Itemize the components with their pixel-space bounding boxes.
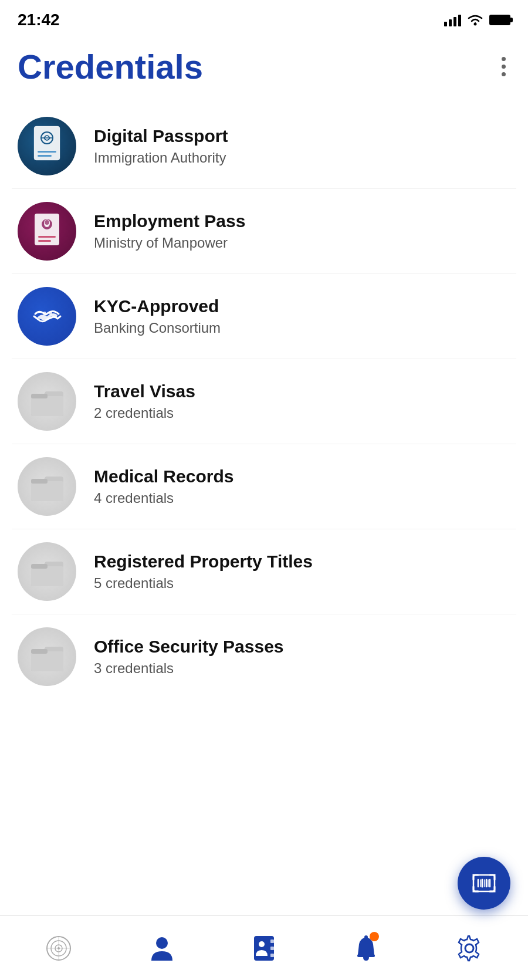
svg-rect-26: [31, 651, 63, 671]
contacts-icon: [252, 935, 276, 962]
svg-point-15: [49, 311, 52, 315]
svg-rect-6: [38, 155, 52, 157]
nav-item-profile[interactable]: [138, 929, 185, 968]
status-bar: 21:42: [0, 0, 528, 35]
property-titles-subtitle: 5 credentials: [94, 575, 510, 592]
svg-rect-18: [31, 394, 48, 398]
credential-item-digital-passport[interactable]: Digital Passport Immigration Authority: [12, 104, 516, 189]
wifi-icon: [467, 13, 483, 26]
svg-rect-21: [31, 479, 48, 484]
scan-fab-button[interactable]: [458, 857, 510, 910]
svg-rect-12: [38, 236, 56, 238]
profile-icon: [150, 935, 174, 962]
svg-rect-20: [31, 481, 63, 501]
svg-rect-28: [473, 875, 495, 891]
office-security-name: Office Security Passes: [94, 637, 510, 657]
credential-item-property-titles[interactable]: Registered Property Titles 5 credentials: [12, 529, 516, 614]
kyc-name: KYC-Approved: [94, 296, 510, 316]
svg-point-11: [45, 220, 49, 225]
credential-item-office-security[interactable]: Office Security Passes 3 credentials: [12, 614, 516, 699]
medical-records-subtitle: 4 credentials: [94, 490, 510, 506]
svg-point-42: [156, 937, 168, 949]
kyc-icon: [18, 287, 76, 346]
property-titles-icon: [18, 542, 76, 601]
digital-passport-subtitle: Immigration Authority: [94, 150, 510, 166]
settings-icon: [456, 935, 483, 962]
kyc-subtitle: Banking Consortium: [94, 320, 510, 336]
status-time: 21:42: [18, 11, 60, 29]
page-title: Credentials: [18, 47, 203, 86]
signal-icon: [444, 13, 461, 26]
digital-passport-text: Digital Passport Immigration Authority: [94, 126, 510, 166]
svg-rect-24: [31, 564, 48, 569]
notification-badge: [370, 932, 379, 941]
office-security-subtitle: 3 credentials: [94, 660, 510, 677]
svg-point-50: [465, 944, 473, 952]
employment-pass-name: Employment Pass: [94, 211, 510, 231]
credential-item-employment-pass[interactable]: Employment Pass Ministry of Manpower: [12, 189, 516, 274]
medical-records-icon: [18, 457, 76, 516]
header: Credentials: [0, 35, 528, 104]
credentials-list: Digital Passport Immigration Authority E…: [0, 104, 528, 699]
nav-item-settings[interactable]: [444, 929, 495, 968]
medical-records-name: Medical Records: [94, 467, 510, 486]
battery-icon: [489, 15, 510, 25]
bottom-nav: [0, 915, 528, 980]
svg-rect-44: [270, 940, 274, 943]
status-icons: [444, 13, 510, 26]
employment-pass-subtitle: Ministry of Manpower: [94, 235, 510, 251]
svg-point-0: [474, 23, 477, 26]
travel-visas-text: Travel Visas 2 credentials: [94, 381, 510, 421]
credential-item-kyc[interactable]: KYC-Approved Banking Consortium: [12, 274, 516, 359]
svg-rect-13: [38, 240, 51, 242]
svg-rect-17: [31, 396, 63, 416]
property-titles-text: Registered Property Titles 5 credentials: [94, 552, 510, 592]
nav-item-contacts[interactable]: [240, 929, 288, 968]
medical-records-text: Medical Records 4 credentials: [94, 467, 510, 506]
svg-point-47: [259, 941, 265, 947]
credential-item-medical-records[interactable]: Medical Records 4 credentials: [12, 444, 516, 529]
credential-item-travel-visas[interactable]: Travel Visas 2 credentials: [12, 359, 516, 444]
employment-pass-icon: [18, 202, 76, 261]
svg-point-14: [43, 312, 46, 315]
svg-point-41: [57, 947, 60, 949]
svg-rect-23: [31, 566, 63, 586]
employment-pass-text: Employment Pass Ministry of Manpower: [94, 211, 510, 251]
office-security-text: Office Security Passes 3 credentials: [94, 637, 510, 677]
svg-rect-45: [270, 947, 274, 950]
travel-visas-icon: [18, 372, 76, 431]
digital-passport-icon: [18, 117, 76, 175]
property-titles-name: Registered Property Titles: [94, 552, 510, 572]
kyc-text: KYC-Approved Banking Consortium: [94, 296, 510, 336]
nav-item-notifications[interactable]: [343, 929, 390, 968]
travel-visas-name: Travel Visas: [94, 381, 510, 401]
digital-passport-name: Digital Passport: [94, 126, 510, 146]
more-menu-button[interactable]: [497, 52, 510, 81]
svg-rect-48: [357, 954, 375, 957]
svg-point-49: [364, 935, 368, 939]
svg-rect-46: [270, 954, 274, 957]
office-security-icon: [18, 627, 76, 686]
svg-rect-27: [31, 649, 48, 654]
scan-icon: [469, 868, 499, 898]
travel-visas-subtitle: 2 credentials: [94, 405, 510, 421]
radar-icon: [45, 935, 72, 962]
nav-item-radar[interactable]: [33, 929, 84, 968]
svg-rect-5: [38, 151, 56, 153]
